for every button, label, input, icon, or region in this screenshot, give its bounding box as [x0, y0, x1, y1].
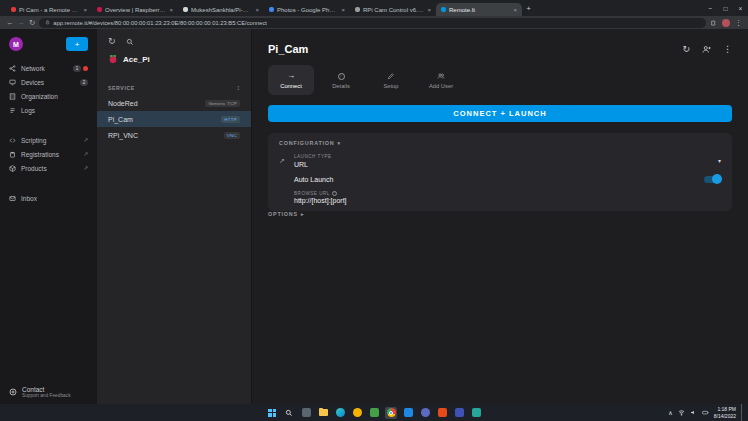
device-row[interactable]: Ace_Pi — [97, 54, 251, 64]
show-desktop-button[interactable] — [741, 404, 744, 421]
close-button[interactable]: × — [733, 0, 748, 16]
configuration-header[interactable]: CONFIGURATION ▾ — [279, 140, 721, 146]
start-button[interactable] — [266, 407, 278, 419]
sidebar-item-registrations[interactable]: Registrations ↗ — [0, 147, 97, 161]
more-options-icon[interactable]: ⋮ — [723, 45, 732, 54]
hidden-icons-chevron[interactable]: ∧ — [668, 410, 672, 416]
lock-icon — [45, 20, 50, 25]
app-icon — [455, 408, 464, 417]
tab-details[interactable]: i Details — [318, 65, 364, 95]
maximize-button[interactable]: □ — [718, 0, 733, 16]
tab-title: Remote.It — [449, 7, 510, 13]
wifi-icon[interactable] — [678, 409, 685, 416]
url-input[interactable]: app.remote.it/#/devices/80:00:00:00:01:2… — [39, 18, 706, 28]
url-text: app.remote.it/#/devices/80:00:00:00:01:2… — [53, 20, 267, 26]
search-icon[interactable] — [126, 38, 134, 46]
sidebar-item-products[interactable]: Products ↗ — [0, 161, 97, 175]
app-icon — [438, 408, 447, 417]
dropdown-caret-icon[interactable]: ▾ — [718, 157, 721, 164]
browser-tab[interactable]: Overview | Raspberry Pi HQ Cam × — [92, 3, 178, 16]
reload-icon[interactable]: ↻ — [29, 19, 35, 27]
tab-connect[interactable]: → Connect — [268, 65, 314, 95]
sidebar-item-label: Logs — [21, 107, 35, 114]
edge-button[interactable] — [334, 407, 346, 419]
task-view-icon — [302, 408, 311, 417]
violet-app-button[interactable] — [453, 407, 465, 419]
taskbar-clock[interactable]: 1:18 PM 8/14/2022 — [714, 406, 736, 420]
tab-title: MukeshSankhla/Pi-Cam---a Rem — [191, 7, 252, 13]
volume-icon[interactable] — [690, 409, 697, 416]
browser-menu-icon[interactable]: ⋮ — [735, 19, 742, 27]
sidebar-item-inbox[interactable]: Inbox — [0, 191, 97, 205]
add-user-icon[interactable] — [702, 45, 711, 54]
network-alert-badge — [83, 66, 88, 71]
browse-url-row[interactable]: BROWSE URL ? http://[host]:[port] — [279, 191, 721, 205]
system-tray: ∧ 1:18 PM 8/14/2022 — [668, 404, 748, 421]
folder-icon — [319, 409, 328, 416]
new-tab-button[interactable]: + — [522, 3, 535, 16]
browser-tab-active[interactable]: Remote.It × — [436, 3, 522, 16]
refresh-service-icon[interactable]: ↻ — [682, 45, 690, 54]
minimize-button[interactable]: − — [703, 0, 718, 16]
extensions-puzzle-icon[interactable] — [710, 19, 717, 26]
tab-title: Photos - Google Photos — [277, 7, 338, 13]
add-button[interactable]: + — [66, 37, 88, 51]
tab-add-user[interactable]: Add User — [418, 65, 464, 95]
task-view-button[interactable] — [300, 407, 312, 419]
taskbar-search-button[interactable] — [283, 407, 295, 419]
user-avatar[interactable]: M — [9, 37, 23, 51]
contact-link[interactable]: Contact Support and Feedback — [0, 386, 97, 398]
indigo-app-button[interactable] — [419, 407, 431, 419]
tab-close-icon[interactable]: × — [169, 7, 173, 13]
service-row-rpivnc[interactable]: RPi_VNC VNC — [97, 127, 251, 143]
green-app-button[interactable] — [368, 407, 380, 419]
sidebar-item-organization[interactable]: Organization — [0, 89, 97, 103]
search-icon — [285, 409, 293, 417]
browser-tab[interactable]: RPi Cam Control v6.6.26: mycam × — [350, 3, 436, 16]
edge-icon — [336, 408, 345, 417]
tab-label: Setup — [383, 83, 398, 89]
vscode-button[interactable] — [402, 407, 414, 419]
browser-tab[interactable]: Pi Cam - a Remote Raspberry Pi × — [6, 3, 92, 16]
file-explorer-button[interactable] — [317, 407, 329, 419]
browser-profile-avatar[interactable] — [722, 19, 730, 27]
sidebar-item-network[interactable]: Network 1 — [0, 61, 97, 75]
registrations-icon — [9, 151, 16, 158]
launch-type-field: LAUNCH TYPE URL — [294, 154, 332, 168]
orange-app-button[interactable] — [436, 407, 448, 419]
tab-close-icon[interactable]: × — [83, 7, 87, 13]
tab-setup[interactable]: Setup — [368, 65, 414, 95]
browser-tab[interactable]: Photos - Google Photos × — [264, 3, 350, 16]
sidebar-item-logs[interactable]: Logs — [0, 103, 97, 117]
contact-text: Contact Support and Feedback — [22, 386, 71, 398]
auto-launch-toggle[interactable] — [704, 176, 721, 183]
browse-url-field: BROWSE URL ? http://[host]:[port] — [294, 191, 347, 205]
browser-tab[interactable]: MukeshSankhla/Pi-Cam---a Rem × — [178, 3, 264, 16]
chrome-button-active[interactable] — [385, 407, 397, 419]
tab-close-icon[interactable]: × — [255, 7, 259, 13]
tab-close-icon[interactable]: × — [513, 7, 517, 13]
tab-close-icon[interactable]: × — [341, 7, 345, 13]
service-row-picam-selected[interactable]: Pi_Cam HTTP — [97, 111, 251, 127]
inbox-envelope-icon — [9, 195, 16, 202]
logs-icon — [9, 107, 16, 114]
connect-launch-button[interactable]: CONNECT + LAUNCH — [268, 105, 732, 122]
service-row-nodered[interactable]: NodeRed Generic TCP — [97, 95, 251, 111]
back-icon[interactable]: ← — [6, 19, 14, 27]
browser-app-button[interactable] — [351, 407, 363, 419]
service-header: Pi_Cam ↻ ⋮ — [268, 41, 732, 57]
help-icon[interactable]: ? — [332, 191, 337, 196]
launch-type-row[interactable]: ↗ LAUNCH TYPE URL ▾ — [279, 154, 721, 168]
sidebar-item-scripting[interactable]: Scripting ↗ — [0, 133, 97, 147]
sort-icon[interactable]: ↕ — [237, 84, 241, 91]
refresh-icon[interactable]: ↻ — [108, 37, 116, 46]
tab-close-icon[interactable]: × — [427, 7, 431, 13]
options-card[interactable]: OPTIONS ▸ — [268, 211, 732, 217]
teal-app-button[interactable] — [470, 407, 482, 419]
sidebar-item-devices[interactable]: Devices 2 — [0, 75, 97, 89]
network-count-badge: 1 — [73, 65, 81, 72]
sidebar-item-label: Registrations — [21, 151, 59, 158]
contact-icon — [9, 388, 17, 396]
battery-icon[interactable] — [702, 409, 709, 416]
forward-icon[interactable]: → — [18, 19, 26, 27]
